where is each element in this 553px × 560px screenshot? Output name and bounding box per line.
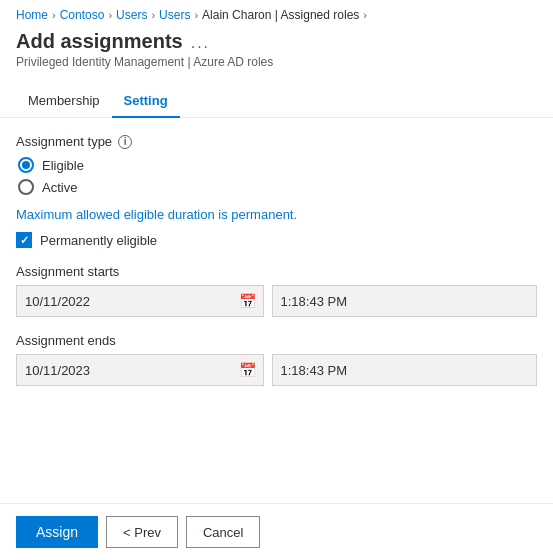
- radio-eligible-circle[interactable]: [18, 157, 34, 173]
- breadcrumb-sep-4: ›: [194, 9, 198, 21]
- permanently-eligible-checkbox[interactable]: ✓ Permanently eligible: [16, 232, 537, 248]
- assign-button[interactable]: Assign: [16, 516, 98, 548]
- radio-active[interactable]: Active: [18, 179, 537, 195]
- breadcrumb-sep-2: ›: [108, 9, 112, 21]
- page-subtitle: Privileged Identity Management | Azure A…: [16, 55, 537, 69]
- form-content: Assignment type i Eligible Active Maximu…: [0, 118, 553, 402]
- breadcrumb-assigned-roles: Alain Charon | Assigned roles: [202, 8, 359, 22]
- breadcrumb-users1[interactable]: Users: [116, 8, 147, 22]
- starts-time-input[interactable]: [272, 285, 538, 317]
- assignment-type-group: Assignment type i Eligible Active: [16, 134, 537, 195]
- radio-eligible-label: Eligible: [42, 158, 84, 173]
- checkmark-icon: ✓: [20, 235, 29, 246]
- info-message: Maximum allowed eligible duration is per…: [16, 207, 537, 222]
- page-title: Add assignments: [16, 30, 183, 53]
- tab-membership[interactable]: Membership: [16, 85, 112, 118]
- breadcrumb-sep-1: ›: [52, 9, 56, 21]
- ends-date-row: 📅: [16, 354, 537, 386]
- footer: Assign < Prev Cancel: [0, 503, 553, 560]
- assignment-starts-label: Assignment starts: [16, 264, 537, 279]
- breadcrumb-sep-3: ›: [151, 9, 155, 21]
- radio-eligible[interactable]: Eligible: [18, 157, 537, 173]
- cancel-button[interactable]: Cancel: [186, 516, 260, 548]
- tab-setting[interactable]: Setting: [112, 85, 180, 118]
- breadcrumb-home[interactable]: Home: [16, 8, 48, 22]
- breadcrumb: Home › Contoso › Users › Users › Alain C…: [0, 0, 553, 26]
- assignment-starts-section: Assignment starts 📅: [16, 264, 537, 317]
- radio-group: Eligible Active: [18, 157, 537, 195]
- breadcrumb-contoso[interactable]: Contoso: [60, 8, 105, 22]
- starts-date-row: 📅: [16, 285, 537, 317]
- permanently-eligible-label: Permanently eligible: [40, 233, 157, 248]
- page-header: Add assignments ... Privileged Identity …: [0, 26, 553, 77]
- assignment-ends-label: Assignment ends: [16, 333, 537, 348]
- breadcrumb-sep-5: ›: [363, 9, 367, 21]
- assignment-type-label: Assignment type: [16, 134, 112, 149]
- radio-active-label: Active: [42, 180, 77, 195]
- radio-active-circle[interactable]: [18, 179, 34, 195]
- assignment-type-info-icon[interactable]: i: [118, 135, 132, 149]
- checkbox-box[interactable]: ✓: [16, 232, 32, 248]
- starts-date-input[interactable]: [16, 285, 264, 317]
- ends-time-input[interactable]: [272, 354, 538, 386]
- tab-bar: Membership Setting: [0, 85, 553, 118]
- ends-date-input-wrap: 📅: [16, 354, 264, 386]
- ends-date-input[interactable]: [16, 354, 264, 386]
- breadcrumb-users2[interactable]: Users: [159, 8, 190, 22]
- starts-date-input-wrap: 📅: [16, 285, 264, 317]
- assignment-ends-section: Assignment ends 📅: [16, 333, 537, 386]
- prev-button[interactable]: < Prev: [106, 516, 178, 548]
- more-options-button[interactable]: ...: [191, 34, 210, 52]
